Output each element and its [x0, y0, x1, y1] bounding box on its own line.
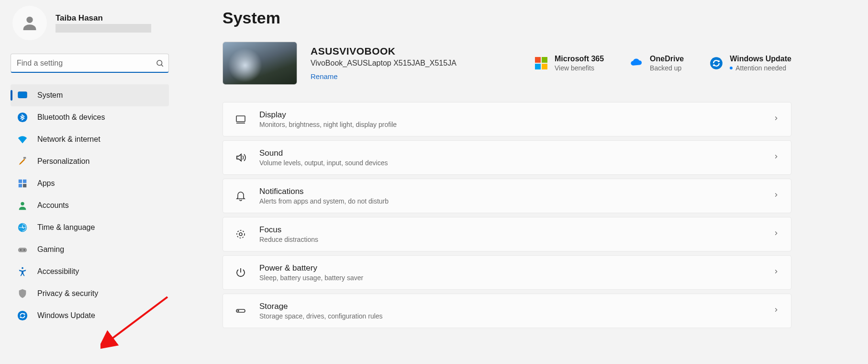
sidebar-item-label: Gaming	[37, 245, 64, 254]
desktop-wallpaper-thumb[interactable]	[223, 42, 297, 85]
setting-desc: Volume levels, output, input, sound devi…	[259, 159, 388, 167]
svg-point-18	[710, 57, 723, 69]
svg-point-1	[157, 60, 162, 66]
status-title: Microsoft 365	[555, 55, 604, 63]
setting-row-power[interactable]: Power & battery Sleep, battery usage, ba…	[223, 255, 791, 290]
sidebar-nav: System Bluetooth & devices Network & int…	[11, 84, 169, 327]
bell-icon	[234, 190, 247, 202]
sound-icon	[234, 151, 247, 164]
search-box[interactable]	[11, 54, 169, 73]
svg-point-22	[237, 230, 245, 238]
svg-point-16	[22, 267, 23, 269]
svg-point-11	[21, 202, 24, 205]
svg-point-17	[18, 311, 27, 320]
sidebar-item-label: Bluetooth & devices	[37, 113, 105, 122]
update-icon	[710, 57, 723, 70]
avatar	[12, 6, 47, 40]
update-icon	[17, 310, 28, 321]
sidebar-item-network[interactable]: Network & internet	[11, 128, 169, 150]
chevron-right-icon	[773, 230, 779, 239]
onedrive-icon	[630, 57, 643, 70]
shield-icon	[17, 288, 28, 299]
sidebar-item-personalization[interactable]: Personalization	[11, 150, 169, 172]
search-icon	[156, 59, 164, 68]
focus-icon	[234, 228, 247, 240]
sidebar-item-label: Apps	[37, 179, 55, 188]
setting-row-focus[interactable]: Focus Reduce distractions	[223, 217, 791, 251]
sidebar-item-gaming[interactable]: Gaming	[11, 239, 169, 261]
sidebar-item-label: Privacy & security	[37, 289, 98, 298]
chevron-right-icon	[773, 268, 779, 277]
svg-rect-10	[23, 184, 26, 187]
storage-icon	[234, 305, 247, 317]
setting-row-display[interactable]: Display Monitors, brightness, night ligh…	[223, 102, 791, 136]
monitor-icon	[17, 90, 28, 101]
svg-rect-9	[19, 184, 22, 187]
sidebar-item-label: Network & internet	[37, 135, 100, 144]
setting-desc: Storage space, drives, configuration rul…	[259, 312, 383, 320]
status-m365[interactable]: Microsoft 365 View benefits	[534, 55, 604, 72]
sidebar-item-bluetooth[interactable]: Bluetooth & devices	[11, 106, 169, 128]
status-windows-update[interactable]: Windows Update Attention needed	[710, 55, 791, 72]
sidebar: Taiba Hasan System Bluetooth & devices	[0, 0, 179, 364]
rename-link[interactable]: Rename	[311, 72, 338, 80]
microsoft-365-icon	[534, 57, 548, 70]
status-title: OneDrive	[650, 55, 684, 63]
setting-desc: Sleep, battery usage, battery saver	[259, 274, 363, 282]
sidebar-item-accounts[interactable]: Accounts	[11, 194, 169, 216]
svg-rect-19	[236, 116, 245, 122]
svg-rect-3	[18, 92, 27, 98]
power-icon	[234, 266, 247, 279]
status-sub: Attention needed	[730, 64, 791, 72]
setting-desc: Alerts from apps and system, do not dist…	[259, 197, 389, 205]
main-content: System ASUSVIVOBOOK VivoBook_ASUSLaptop …	[179, 0, 868, 364]
svg-point-24	[238, 310, 239, 311]
sidebar-item-label: Windows Update	[37, 311, 95, 320]
svg-point-15	[23, 250, 25, 251]
setting-row-notifications[interactable]: Notifications Alerts from apps and syste…	[223, 179, 791, 213]
person-icon	[20, 13, 39, 33]
paintbrush-icon	[17, 156, 28, 167]
svg-rect-13	[18, 248, 27, 252]
status-sub: View benefits	[555, 64, 604, 72]
setting-row-sound[interactable]: Sound Volume levels, output, input, soun…	[223, 140, 791, 175]
svg-line-2	[161, 65, 163, 67]
setting-title: Focus	[259, 225, 318, 235]
sidebar-item-privacy[interactable]: Privacy & security	[11, 283, 169, 305]
clock-globe-icon	[17, 222, 28, 233]
device-name: ASUSVIVOBOOK	[311, 46, 512, 57]
sidebar-item-label: Accessibility	[37, 267, 79, 276]
display-icon	[234, 113, 247, 125]
settings-list: Display Monitors, brightness, night ligh…	[223, 102, 791, 328]
setting-title: Storage	[259, 302, 383, 311]
svg-rect-8	[23, 180, 26, 183]
setting-title: Sound	[259, 148, 388, 158]
sidebar-item-label: System	[37, 91, 63, 100]
profile-block[interactable]: Taiba Hasan	[12, 6, 169, 40]
search-input[interactable]	[11, 54, 169, 73]
setting-title: Display	[259, 110, 397, 120]
accessibility-icon	[17, 266, 28, 277]
sidebar-item-windows-update[interactable]: Windows Update	[11, 305, 169, 327]
profile-name: Taiba Hasan	[56, 13, 151, 23]
sidebar-item-label: Accounts	[37, 201, 69, 210]
gamepad-icon	[17, 244, 28, 255]
wifi-icon	[17, 134, 28, 145]
chevron-right-icon	[773, 153, 779, 162]
svg-rect-6	[23, 157, 26, 159]
setting-row-storage[interactable]: Storage Storage space, drives, configura…	[223, 294, 791, 328]
device-summary: ASUSVIVOBOOK VivoBook_ASUSLaptop X515JAB…	[223, 42, 791, 85]
sidebar-item-system[interactable]: System	[11, 84, 169, 106]
svg-point-0	[26, 17, 33, 23]
setting-title: Power & battery	[259, 263, 363, 273]
sidebar-item-apps[interactable]: Apps	[11, 172, 169, 194]
setting-desc: Reduce distractions	[259, 236, 318, 243]
status-onedrive[interactable]: OneDrive Backed up	[630, 55, 684, 72]
account-icon	[17, 200, 28, 211]
device-model: VivoBook_ASUSLaptop X515JAB_X515JA	[311, 59, 512, 68]
sidebar-item-label: Time & language	[37, 223, 95, 232]
sidebar-item-accessibility[interactable]: Accessibility	[11, 261, 169, 283]
sidebar-item-label: Personalization	[37, 157, 89, 166]
setting-desc: Monitors, brightness, night light, displ…	[259, 121, 397, 128]
sidebar-item-time[interactable]: Time & language	[11, 216, 169, 239]
